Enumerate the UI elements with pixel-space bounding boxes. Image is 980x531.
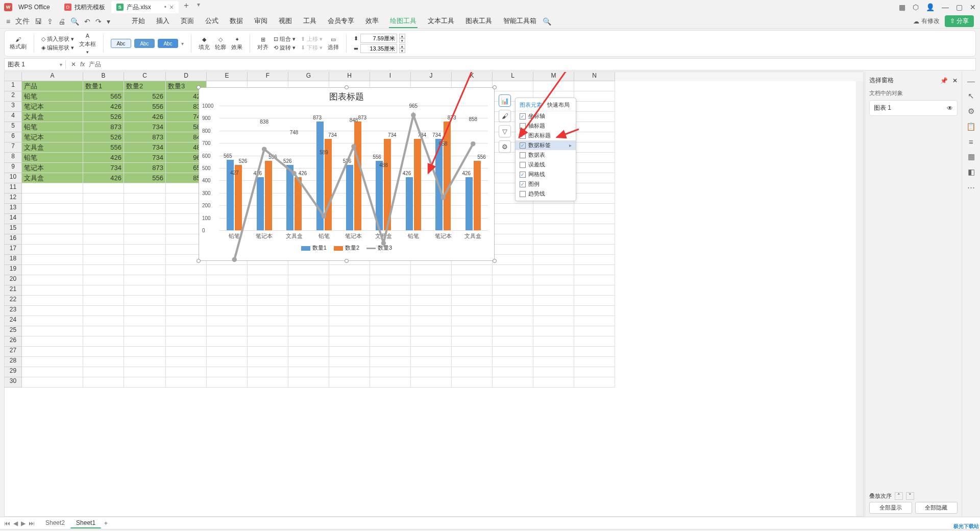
cell[interactable] — [22, 275, 83, 285]
column-header[interactable]: L — [493, 72, 533, 81]
cell[interactable] — [574, 132, 615, 142]
cell[interactable] — [166, 265, 207, 275]
cell[interactable] — [248, 275, 288, 285]
embedded-chart[interactable]: 图表标题 01002003004005006007008009001000565… — [199, 87, 495, 261]
cell[interactable] — [574, 142, 615, 153]
cell[interactable] — [411, 316, 452, 326]
cell[interactable] — [83, 275, 124, 285]
cell[interactable] — [248, 326, 288, 336]
row-header[interactable]: 28 — [5, 357, 22, 367]
cell[interactable] — [124, 285, 166, 296]
cell[interactable] — [22, 285, 83, 296]
cell[interactable] — [83, 336, 124, 347]
cell[interactable] — [533, 265, 574, 275]
cell[interactable] — [248, 357, 288, 367]
cell[interactable] — [574, 173, 615, 183]
chart-elements-button[interactable]: 📊 — [499, 94, 511, 107]
cell[interactable] — [493, 285, 533, 296]
cell[interactable]: 526 — [83, 112, 124, 122]
share-button[interactable]: ⇧ 分享 — [945, 15, 974, 27]
cell[interactable]: 笔记本 — [22, 102, 83, 112]
chart-element-option[interactable]: 网格线 — [516, 170, 576, 179]
cell[interactable] — [574, 347, 615, 357]
window-minimize-icon[interactable]: — — [942, 3, 949, 11]
cell[interactable] — [411, 275, 452, 285]
cell[interactable] — [248, 367, 288, 377]
cell[interactable] — [248, 306, 288, 316]
column-header[interactable]: F — [248, 72, 288, 81]
cell[interactable] — [452, 326, 493, 336]
row-header[interactable]: 26 — [5, 336, 22, 347]
cell[interactable] — [493, 336, 533, 347]
height-input[interactable]: ⬍▴▾ — [354, 34, 405, 43]
file-menu[interactable]: 文件 — [15, 17, 30, 26]
cell[interactable] — [166, 336, 207, 347]
cell[interactable] — [533, 285, 574, 296]
cell[interactable] — [124, 306, 166, 316]
column-header[interactable]: C — [124, 72, 166, 81]
cell[interactable]: 笔记本 — [22, 132, 83, 142]
cell[interactable]: 铅笔 — [22, 122, 83, 132]
cell[interactable]: 426 — [83, 173, 124, 183]
cell[interactable]: 铅笔 — [22, 153, 83, 163]
row-header[interactable]: 16 — [5, 234, 22, 245]
cell[interactable] — [83, 234, 124, 245]
ribbon-tab[interactable]: 图表工具 — [464, 15, 493, 28]
cell[interactable] — [533, 316, 574, 326]
cell[interactable] — [288, 296, 329, 306]
cell[interactable] — [533, 296, 574, 306]
cell[interactable] — [124, 224, 166, 234]
column-header[interactable]: A — [22, 72, 83, 81]
checkbox-icon[interactable] — [520, 181, 526, 187]
cell[interactable] — [22, 265, 83, 275]
cell[interactable] — [248, 347, 288, 357]
template-tab[interactable]: D 找稻壳模板 — [59, 1, 110, 13]
cell[interactable] — [574, 81, 615, 91]
cell[interactable] — [493, 316, 533, 326]
cell[interactable] — [370, 326, 411, 336]
fill-button[interactable]: ◆填充 — [199, 36, 210, 51]
checkbox-icon[interactable] — [520, 172, 526, 178]
cell[interactable] — [574, 163, 615, 173]
resize-handle[interactable] — [345, 259, 349, 263]
cell[interactable] — [124, 214, 166, 224]
user-avatar-icon[interactable]: 👤 — [926, 3, 935, 11]
cell[interactable] — [83, 265, 124, 275]
row-header[interactable]: 21 — [5, 285, 22, 296]
cell[interactable] — [452, 347, 493, 357]
cell[interactable] — [533, 275, 574, 285]
cell[interactable] — [493, 81, 533, 91]
row-header[interactable]: 27 — [5, 347, 22, 357]
cell[interactable] — [493, 224, 533, 234]
cell[interactable] — [207, 357, 248, 367]
resize-handle[interactable] — [493, 85, 497, 89]
chart-element-option[interactable]: 数据表 — [516, 150, 576, 160]
cell[interactable] — [166, 347, 207, 357]
clipboard-pane-icon[interactable]: 📋 — [966, 122, 976, 131]
cell[interactable] — [166, 296, 207, 306]
cell[interactable] — [370, 265, 411, 275]
cell[interactable] — [493, 265, 533, 275]
cell[interactable] — [288, 336, 329, 347]
cell[interactable] — [533, 326, 574, 336]
cell[interactable] — [248, 285, 288, 296]
cell[interactable] — [288, 347, 329, 357]
cell[interactable] — [288, 265, 329, 275]
cell[interactable] — [493, 367, 533, 377]
cell[interactable]: 铅笔 — [22, 91, 83, 102]
cell[interactable] — [22, 326, 83, 336]
new-tab-button[interactable]: + — [180, 1, 192, 13]
cell[interactable] — [533, 234, 574, 245]
cell[interactable] — [574, 336, 615, 347]
cell[interactable] — [22, 245, 83, 255]
cell[interactable] — [574, 275, 615, 285]
row-header[interactable]: 5 — [5, 122, 22, 132]
window-close-icon[interactable]: ✕ — [970, 3, 976, 11]
visibility-icon[interactable]: 👁 — [947, 105, 953, 112]
insert-shape-button[interactable]: ◇插入形状▾ — [41, 35, 74, 43]
cell[interactable] — [411, 285, 452, 296]
cell[interactable] — [411, 265, 452, 275]
chart-element-option[interactable]: 图例 — [516, 179, 576, 189]
cell[interactable] — [574, 224, 615, 234]
cell[interactable] — [124, 183, 166, 194]
